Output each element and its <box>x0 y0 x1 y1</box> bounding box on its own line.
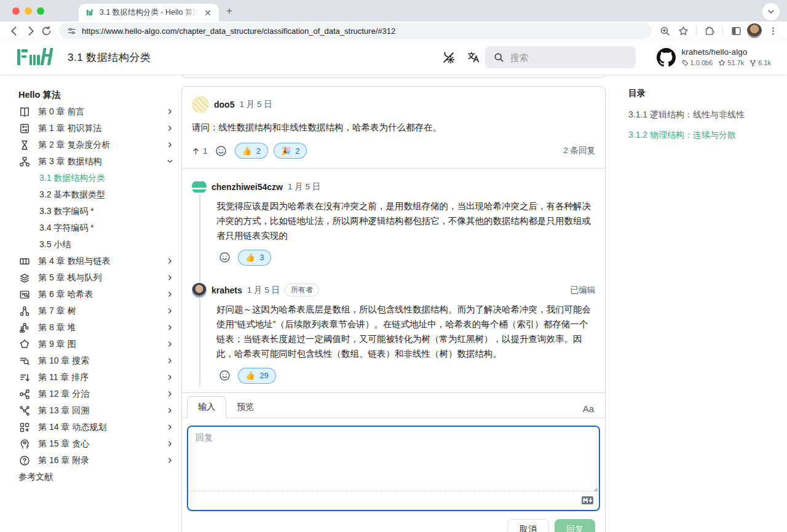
reply-date[interactable]: 1 月 5 日 <box>288 181 320 193</box>
chevron-right-icon[interactable] <box>167 391 173 397</box>
sidebar-item[interactable]: 第 10 章 搜索 <box>18 352 173 369</box>
sidebar-title: Hello 算法 <box>18 87 173 103</box>
minimize-window-button[interactable] <box>25 7 32 15</box>
browser-tab[interactable]: 3.1 数据结构分类 - Hello 算法 ✕ <box>79 4 219 22</box>
chevron-right-icon[interactable] <box>167 274 173 281</box>
reply-author[interactable]: chenzhiwei54czw <box>212 182 283 192</box>
bookmark-star-icon[interactable] <box>675 23 691 39</box>
sidebar-item[interactable]: 第 5 章 栈与队列 <box>18 269 173 286</box>
theme-toggle-icon[interactable] <box>441 49 457 65</box>
chevron-right-icon[interactable] <box>167 258 173 264</box>
reaction-pill[interactable]: 👍3 <box>238 250 271 266</box>
toc-item[interactable]: 3.1.1 逻辑结构：线性与非线性 <box>628 109 779 121</box>
reply-date[interactable]: 1 月 5 日 <box>247 285 280 296</box>
sidebar-item[interactable]: 第 14 章 动态规划 <box>18 419 173 435</box>
reload-button[interactable] <box>38 23 54 39</box>
cancel-button[interactable]: 取消 <box>507 519 549 532</box>
reaction-emoji: 👍 <box>245 371 255 380</box>
sidebar-item[interactable]: 参考文献 <box>18 469 173 485</box>
sidebar-item[interactable]: 第 1 章 初识算法 <box>18 120 173 137</box>
reaction-pill[interactable]: 👍2 <box>235 143 268 159</box>
search-input[interactable] <box>510 52 609 63</box>
hello-algo-logo[interactable] <box>16 47 54 68</box>
upvote-button[interactable]: 1 <box>192 146 208 156</box>
reply-textarea[interactable] <box>188 427 599 491</box>
maximize-window-button[interactable] <box>37 7 44 15</box>
github-repo-link[interactable]: krahets/hello-algo 1.0.0b6 51.7k 6.1k <box>657 47 771 68</box>
reply-submit-button[interactable]: 回复 <box>555 519 595 532</box>
sidebar-subitem[interactable]: 3.2 基本数据类型 <box>18 186 173 203</box>
sidebar-item[interactable]: 第 12 章 分治 <box>18 386 173 402</box>
search-box[interactable] <box>485 46 636 68</box>
sidebar-item[interactable]: 第 11 章 排序 <box>18 369 173 386</box>
avatar[interactable] <box>192 283 207 298</box>
side-panel-icon[interactable] <box>728 23 744 39</box>
sidebar-item-label: 第 1 章 初识算法 <box>38 123 159 134</box>
sidebar-item[interactable]: 第 3 章 数据结构 <box>18 153 173 170</box>
sidebar-item[interactable]: 第 15 章 贪心 <box>18 435 173 452</box>
chevron-right-icon[interactable] <box>167 291 173 298</box>
chevron-right-icon[interactable] <box>167 108 173 115</box>
close-window-button[interactable] <box>12 7 20 15</box>
forward-button[interactable] <box>22 23 38 39</box>
sidebar-item[interactable]: 第 8 章 堆 <box>18 319 173 336</box>
site-settings-icon[interactable] <box>67 26 76 36</box>
chevron-right-icon[interactable] <box>167 457 173 464</box>
reply-author[interactable]: krahets <box>212 285 242 295</box>
chevron-down-icon <box>767 8 775 15</box>
sidebar-item[interactable]: 第 6 章 哈希表 <box>18 286 173 303</box>
menu-kebab-icon[interactable] <box>765 23 781 39</box>
url-bar[interactable]: https://www.hello-algo.com/chapter_data_… <box>59 23 652 39</box>
sidebar-item[interactable]: 第 4 章 数组与链表 <box>18 253 173 269</box>
add-reaction-button[interactable] <box>216 368 232 384</box>
reaction-pill[interactable]: 👍29 <box>238 368 276 384</box>
zoom-icon[interactable] <box>657 23 673 39</box>
sidebar-item-label: 第 7 章 树 <box>38 306 159 317</box>
sidebar-item[interactable]: 第 7 章 树 <box>18 303 173 319</box>
tab-search-button[interactable] <box>762 3 780 20</box>
sidebar-item[interactable]: 第 2 章 复杂度分析 <box>18 137 173 153</box>
sidebar-subitem[interactable]: 3.5 小结 <box>18 236 173 253</box>
tab-write[interactable]: 输入 <box>187 396 226 418</box>
tab-close-icon[interactable]: ✕ <box>202 8 213 18</box>
reaction-pills: 👍29 <box>238 368 276 384</box>
chevron-right-icon[interactable] <box>167 374 173 381</box>
chevron-right-icon[interactable] <box>167 407 173 414</box>
extensions-icon[interactable] <box>702 23 718 39</box>
chevron-right-icon[interactable] <box>167 357 173 364</box>
chevron-right-icon[interactable] <box>167 341 173 347</box>
markdown-icon[interactable] <box>582 496 593 504</box>
sidebar-item[interactable]: 第 16 章 附录 <box>18 452 173 469</box>
sidebar-item[interactable]: 第 0 章 前言 <box>18 103 173 120</box>
avatar[interactable] <box>192 96 209 113</box>
profile-avatar[interactable] <box>746 23 762 39</box>
chevron-down-icon[interactable] <box>167 158 173 165</box>
chevron-right-icon[interactable] <box>167 308 173 314</box>
add-reaction-button[interactable] <box>213 143 229 159</box>
sidebar-item[interactable]: 第 9 章 图 <box>18 336 173 352</box>
reaction-emoji: 🎉 <box>281 146 291 156</box>
sidebar-subitem[interactable]: 3.3 数字编码 * <box>18 203 173 220</box>
smiley-icon <box>219 252 231 263</box>
window-controls[interactable] <box>12 7 44 15</box>
add-reaction-button[interactable] <box>216 250 232 266</box>
chevron-right-icon[interactable] <box>167 125 173 132</box>
avatar[interactable] <box>192 180 207 194</box>
back-button[interactable] <box>6 23 22 39</box>
chevron-right-icon[interactable] <box>167 424 173 431</box>
chevron-right-icon[interactable] <box>167 440 173 447</box>
comment-date[interactable]: 1 月 5 日 <box>239 99 272 110</box>
format-toolbar-button[interactable]: Aa <box>582 400 595 418</box>
sidebar-subitem[interactable]: 3.1 数据结构分类 <box>18 170 173 186</box>
tab-preview[interactable]: 预览 <box>226 397 264 418</box>
resize-handle-icon[interactable]: ◢ <box>593 486 598 492</box>
new-tab-button[interactable]: + <box>226 5 232 17</box>
chevron-right-icon[interactable] <box>167 324 173 331</box>
sidebar-item[interactable]: 第 13 章 回溯 <box>18 402 173 419</box>
reaction-pill[interactable]: 🎉2 <box>274 143 307 159</box>
comment-author[interactable]: doo5 <box>214 100 234 109</box>
toc-item[interactable]: 3.1.2 物理结构：连续与分散 <box>628 129 779 141</box>
translate-icon[interactable] <box>465 49 481 65</box>
sidebar-subitem[interactable]: 3.4 字符编码 * <box>18 220 173 236</box>
chevron-right-icon[interactable] <box>167 141 173 148</box>
